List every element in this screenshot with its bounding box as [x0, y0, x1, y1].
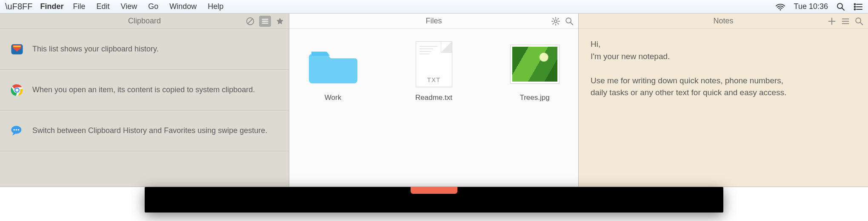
menu-view[interactable]: View	[121, 2, 137, 11]
file-item-image[interactable]: Trees.jpg	[501, 41, 568, 175]
clipboard-item[interactable]: Switch between Clipboard History and Fav…	[0, 110, 289, 151]
files-panel: Files Work	[289, 14, 579, 187]
svg-point-0	[779, 9, 781, 10]
files-title: Files	[425, 17, 442, 26]
image-thumbnail-icon	[509, 41, 560, 88]
clipboard-favorites-icon[interactable]	[275, 17, 285, 26]
svg-line-2	[842, 8, 844, 10]
file-item-folder[interactable]: Work	[300, 41, 366, 175]
notes-title: Notes	[713, 17, 733, 26]
chrome-app-icon	[9, 83, 26, 97]
clipboard-clear-icon[interactable]	[246, 17, 255, 26]
svg-point-1	[837, 3, 842, 8]
bottom-area	[0, 187, 868, 221]
file-item-txt[interactable]: TXT Readme.txt	[400, 41, 467, 175]
wifi-icon[interactable]	[775, 3, 785, 11]
svg-point-20	[14, 129, 15, 130]
folder-icon	[308, 41, 359, 88]
files-search-icon[interactable]	[565, 17, 574, 26]
clipboard-item-text: Switch between Clipboard History and Fav…	[32, 125, 267, 136]
notes-search-icon[interactable]	[854, 17, 864, 26]
clipboard-list: This list shows your clipboard history. …	[0, 29, 289, 187]
notes-panel: Notes Hi, I'm your new notepad. Use me f…	[579, 14, 868, 187]
svg-line-29	[558, 23, 559, 24]
menubar: \uF8FF Finder File Edit View Go Window H…	[0, 0, 868, 14]
menu-window[interactable]: Window	[169, 2, 197, 11]
svg-line-31	[558, 18, 559, 19]
svg-line-30	[553, 23, 554, 24]
svg-point-22	[18, 129, 19, 130]
clipboard-item-text: This list shows your clipboard history.	[32, 44, 159, 54]
svg-point-23	[554, 20, 557, 22]
notes-new-icon[interactable]	[827, 17, 837, 26]
svg-line-40	[860, 22, 863, 25]
svg-point-5	[854, 6, 856, 7]
file-type-badge: TXT	[416, 76, 452, 83]
svg-line-28	[553, 18, 554, 19]
apple-menu-icon[interactable]: \uF8FF	[5, 2, 32, 11]
clipboard-item-text: When you open an item, its content is co…	[32, 85, 255, 95]
clipboard-list-icon[interactable]	[259, 16, 271, 27]
menubar-clock[interactable]: Tue 10:36	[794, 2, 828, 11]
menu-go[interactable]: Go	[148, 2, 158, 11]
menu-file[interactable]: File	[73, 2, 85, 11]
files-settings-icon[interactable]	[551, 17, 560, 26]
svg-point-21	[16, 129, 17, 130]
spotlight-icon[interactable]	[837, 3, 845, 11]
menu-help[interactable]: Help	[208, 2, 223, 11]
file-label: Trees.jpg	[520, 94, 549, 102]
svg-point-7	[854, 8, 856, 10]
dock-handle[interactable]	[411, 187, 457, 194]
svg-point-18	[15, 88, 18, 91]
file-label: Work	[325, 94, 341, 102]
svg-point-3	[854, 3, 856, 5]
menu-extra-icon[interactable]	[854, 3, 863, 11]
notes-header: Notes	[579, 14, 868, 29]
clipboard-panel: Clipboard This list shows your clipboard…	[0, 14, 289, 187]
notes-body[interactable]: Hi, I'm your new notepad. Use me for wri…	[579, 29, 868, 108]
svg-line-10	[248, 19, 253, 23]
clipboard-header: Clipboard	[0, 14, 289, 29]
notes-list-icon[interactable]	[841, 17, 850, 26]
menu-edit[interactable]: Edit	[96, 2, 109, 11]
clipboard-item[interactable]: This list shows your clipboard history.	[0, 29, 289, 70]
clipboard-title: Clipboard	[128, 17, 161, 26]
pocket-app-icon	[9, 42, 26, 57]
files-grid: Work TXT Readme.txt Trees.jpg	[289, 29, 578, 187]
messages-app-icon	[9, 124, 26, 138]
text-document-icon: TXT	[408, 41, 460, 88]
panels-row: Clipboard This list shows your clipboard…	[0, 14, 868, 187]
svg-line-33	[571, 22, 573, 25]
app-menu[interactable]: Finder	[40, 2, 63, 11]
files-header: Files	[289, 14, 578, 29]
file-label: Readme.txt	[415, 94, 452, 102]
svg-rect-15	[14, 45, 21, 47]
clipboard-item[interactable]: When you open an item, its content is co…	[0, 70, 289, 110]
